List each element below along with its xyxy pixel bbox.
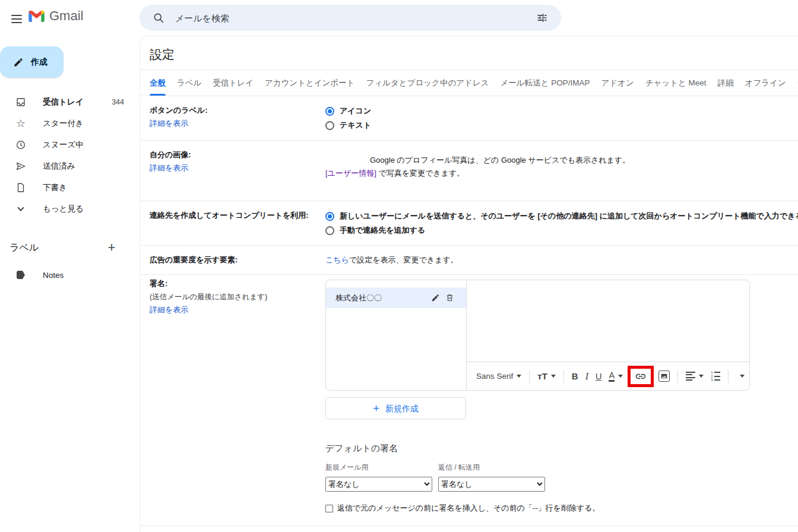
- top-bar: Gmail: [0, 0, 798, 36]
- signature-editor-box: 株式会社〇〇 Sans Serif: [325, 280, 750, 391]
- radio-option-manual-add[interactable]: 手動で連絡先を追加する: [325, 223, 798, 238]
- hamburger-menu-icon[interactable]: [10, 11, 24, 25]
- text-color-button[interactable]: A: [605, 368, 626, 385]
- tab-advanced[interactable]: 詳細: [718, 70, 734, 96]
- delete-signature-trash-icon[interactable]: [442, 291, 457, 305]
- tab-general[interactable]: 全般: [150, 70, 166, 96]
- sidebar-nav: 受信トレイ 344 ☆ スター付き スヌーズ中 送信済み 下書き: [0, 91, 140, 220]
- sidebar-item-sent[interactable]: 送信済み: [0, 156, 140, 177]
- row-my-picture: 自分の画像: 詳細を表示 Google のプロフィール写真は、どの Google…: [140, 141, 798, 201]
- signature-list: 株式会社〇〇: [326, 280, 467, 390]
- draft-icon: [15, 182, 27, 194]
- star-icon: ☆: [15, 118, 27, 129]
- radio-option-auto-add[interactable]: 新しいユーザーにメールを送信すると、そのユーザーを [その他の連絡先] に追加し…: [325, 209, 798, 223]
- send-icon: [15, 160, 27, 172]
- insert-image-icon[interactable]: [655, 368, 673, 385]
- row-autocomplete-contacts: 連絡先を作成してオートコンプリートを利用: 新しいユーザーにメールを送信すると、…: [140, 201, 798, 246]
- radio-option-icon[interactable]: アイコン: [325, 104, 798, 118]
- signature-name: 株式会社〇〇: [335, 292, 428, 305]
- signature-toolbar: Sans Serif тT B I U: [467, 362, 749, 390]
- ads-here-link[interactable]: こちら: [325, 255, 349, 264]
- tab-addons[interactable]: アドオン: [601, 70, 634, 96]
- sidebar-item-more[interactable]: もっと見る: [0, 198, 140, 220]
- red-annotation-box: [628, 366, 654, 387]
- inbox-icon: [15, 96, 27, 108]
- new-mail-label: 新規メール用: [325, 461, 438, 474]
- labels-header-text: ラベル: [10, 242, 103, 254]
- gmail-logo-text: Gmail: [49, 8, 83, 24]
- tab-labels[interactable]: ラベル: [177, 70, 201, 96]
- label-tag-icon: [15, 269, 27, 281]
- create-new-signature-button[interactable]: + 新規作成: [325, 397, 466, 419]
- reply-forward-label: 返信 / 転送用: [438, 461, 551, 474]
- bold-button[interactable]: B: [568, 368, 582, 385]
- tab-forwarding-pop-imap[interactable]: メール転送と POP/IMAP: [501, 70, 590, 96]
- insert-link-icon[interactable]: [635, 370, 647, 382]
- italic-button[interactable]: I: [582, 368, 592, 385]
- plus-icon: +: [373, 402, 379, 415]
- chevron-down-icon: [740, 375, 745, 378]
- search-icon[interactable]: [148, 7, 169, 28]
- radio-selected[interactable]: [325, 212, 334, 221]
- tab-inbox[interactable]: 受信トレイ: [213, 70, 253, 96]
- signature-defaults-heading: デフォルトの署名: [325, 442, 798, 455]
- numbered-list-icon[interactable]: 123: [707, 368, 724, 385]
- labels-header: ラベル +: [0, 238, 140, 258]
- gmail-m-icon: [28, 10, 45, 22]
- tab-accounts-import[interactable]: アカウントとインポート: [265, 70, 355, 96]
- row-button-labels: ボタンのラベル: 詳細を表示 アイコン テキスト: [140, 96, 798, 141]
- sidebar-item-snoozed[interactable]: スヌーズ中: [0, 134, 140, 156]
- tab-filters-blocked[interactable]: フィルタとブロック中のアドレス: [366, 70, 489, 96]
- font-family-selector[interactable]: Sans Serif: [473, 368, 525, 385]
- checkbox-unchecked[interactable]: [325, 505, 333, 512]
- user-info-link[interactable]: [ユーザー情報]: [325, 169, 376, 178]
- sidebar-item-label-notes[interactable]: Notes: [0, 264, 140, 286]
- row-signature: 署名: (送信メールの最後に追加されます) 詳細を表示 株式会社〇〇: [140, 275, 798, 526]
- edit-signature-pencil-icon[interactable]: [428, 291, 442, 305]
- create-label-plus-icon[interactable]: +: [103, 239, 121, 256]
- label-list: Notes: [0, 264, 140, 286]
- row-signature-label: 署名: (送信メールの最後に追加されます) 詳細を表示: [140, 277, 325, 515]
- my-picture-details-link[interactable]: 詳細を表示: [150, 163, 188, 172]
- search-input[interactable]: [175, 13, 531, 23]
- search-bar[interactable]: [140, 5, 561, 31]
- search-options-tune-icon[interactable]: [531, 7, 553, 28]
- default-signature-reply: 返信 / 転送用 署名なし: [438, 461, 551, 492]
- sidebar-item-inbox[interactable]: 受信トレイ 344: [0, 91, 140, 113]
- radio-unselected[interactable]: [325, 226, 334, 235]
- gmail-logo: Gmail: [28, 8, 83, 24]
- align-button[interactable]: [682, 368, 707, 385]
- my-picture-info-line1: Google のプロフィール写真は、どの Google サービスでも表示されます…: [325, 154, 798, 167]
- radio-selected[interactable]: [325, 107, 334, 116]
- tab-offline[interactable]: オフライン: [745, 70, 786, 96]
- chevron-down-icon: [15, 203, 27, 215]
- reply-signature-select[interactable]: 署名なし: [438, 477, 545, 492]
- my-picture-info-line2: [ユーザー情報] で写真を変更できます。: [325, 167, 798, 180]
- settings-panel: 設定 全般 ラベル 受信トレイ アカウントとインポート フィルタとブロック中のア…: [140, 36, 798, 532]
- sidebar-item-drafts[interactable]: 下書き: [0, 177, 140, 198]
- sidebar: 作成 受信トレイ 344 ☆ スター付き スヌーズ中 送信済み: [0, 36, 140, 532]
- signature-list-item[interactable]: 株式会社〇〇: [326, 287, 466, 308]
- chevron-down-icon: [699, 375, 704, 378]
- row-button-labels-label: ボタンのラベル: 詳細を表示: [140, 104, 325, 132]
- button-labels-details-link[interactable]: 詳細を表示: [150, 119, 188, 128]
- more-formatting-button[interactable]: [733, 368, 748, 385]
- compose-label: 作成: [31, 57, 48, 68]
- tab-chat-meet[interactable]: チャットと Meet: [645, 70, 707, 96]
- default-signature-new-mail: 新規メール用 署名なし: [325, 461, 438, 492]
- signature-edit-area[interactable]: Sans Serif тT B I U: [467, 280, 749, 390]
- compose-button[interactable]: 作成: [0, 46, 64, 78]
- new-mail-signature-select[interactable]: 署名なし: [325, 477, 432, 492]
- pencil-icon: [13, 57, 24, 68]
- chevron-down-icon: [551, 375, 556, 378]
- radio-unselected[interactable]: [325, 121, 334, 130]
- page-title: 設定: [140, 36, 798, 69]
- sidebar-item-starred[interactable]: ☆ スター付き: [0, 113, 140, 134]
- signature-before-quote-option[interactable]: 返信で元のメッセージの前に署名を挿入し、その前の「--」行を削除する。: [325, 502, 798, 515]
- text-size-button[interactable]: тT: [534, 368, 559, 385]
- radio-option-text[interactable]: テキスト: [325, 118, 798, 132]
- signature-details-link[interactable]: 詳細を表示: [150, 305, 188, 314]
- chevron-down-icon: [517, 375, 521, 378]
- signature-sublabel: (送信メールの最後に追加されます): [150, 290, 325, 303]
- underline-button[interactable]: U: [592, 368, 605, 385]
